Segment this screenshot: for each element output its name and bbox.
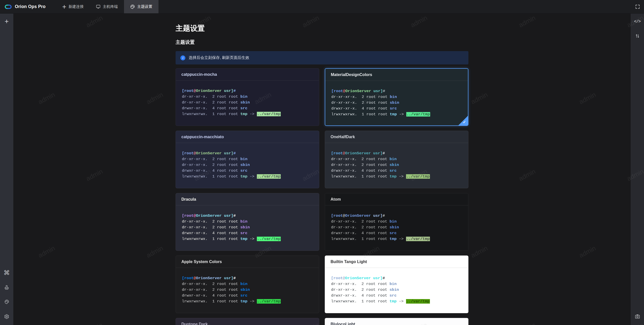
fullscreen-button[interactable] [635, 4, 640, 9]
terminal-line: dr-xr-xr-x. 2 root root sbin [331, 287, 462, 293]
info-banner: i 选择后会立刻保存, 刷新页面后生效 [176, 51, 468, 64]
palette-icon [130, 4, 135, 9]
header-tab-1[interactable]: 主机终端 [90, 0, 124, 13]
theme-card[interactable]: Atom [root@OrionServer usr]#dr-xr-xr-x. … [325, 193, 468, 251]
theme-name: MaterialDesignColors [331, 73, 372, 77]
section-title: 主题设置 [176, 39, 468, 45]
snippets-button[interactable] [0, 282, 13, 292]
terminal-symlink-line: lrwxrwxrwx. 1 root root tmp -> ../var/tm… [182, 236, 313, 242]
terminal-line: dr-xr-xr-x. 2 root root sbin [182, 162, 313, 168]
stamp-icon [4, 285, 9, 290]
theme-card-header: Builtin Tango Light [325, 256, 468, 268]
left-sidebar: + ⌘ [0, 13, 13, 325]
theme-name: Duotone Dark [181, 322, 208, 325]
terminal-line: drwxr-xr-x. 4 root root src [182, 230, 313, 236]
check-icon: ✓ [463, 120, 466, 124]
terminal-preview: [root@OrionServer usr]#dr-xr-xr-x. 2 roo… [176, 205, 319, 242]
terminal-symlink-line: lrwxrwxrwx. 1 root root tmp -> ../var/tm… [331, 299, 462, 304]
theme-name: Apple System Colors [181, 260, 222, 264]
terminal-symlink-line: lrwxrwxrwx. 1 root root tmp -> ../var/tm… [182, 299, 313, 304]
theme-name: BlulocoLight [331, 322, 355, 325]
theme-name: catppuccin-mocha [181, 72, 217, 77]
terminal-preview: [root@OrionServer usr]#dr-xr-xr-x. 2 roo… [325, 81, 468, 117]
code-icon: </> [634, 19, 641, 24]
theme-card[interactable]: Apple System Colors [root@OrionServer us… [176, 256, 319, 313]
terminal-line: drwxr-xr-x. 4 root root src [182, 168, 313, 174]
terminal-line: drwxr-xr-x. 4 root root src [182, 293, 313, 299]
terminal-preview: [root@OrionServer usr]#dr-xr-xr-x. 2 roo… [325, 143, 468, 179]
terminal-preview: [root@OrionServer usr]#dr-xr-xr-x. 2 roo… [176, 268, 319, 304]
terminal-preview: [root@OrionServer usr]#dr-xr-xr-x. 2 roo… [176, 81, 319, 117]
terminal-prompt-line: [root@OrionServer usr]# [331, 213, 462, 219]
terminal-prompt-line: [root@OrionServer usr]# [331, 275, 462, 281]
theme-card-header: OneHalfDark [325, 131, 468, 143]
theme-card[interactable]: Duotone Dark ✓ [176, 318, 319, 325]
add-connection-button[interactable]: + [0, 16, 13, 26]
terminal-line: drwxr-xr-x. 4 root root src [331, 106, 462, 112]
shortcuts-button[interactable]: ⌘ [0, 268, 13, 278]
screenshot-button[interactable] [631, 311, 644, 321]
terminal-line: dr-xr-xr-x. 2 root root bin [182, 219, 313, 225]
themes-button[interactable] [0, 297, 13, 307]
terminal-prompt-line: [root@OrionServer usr]# [182, 275, 313, 281]
selected-corner: ✓ [458, 116, 468, 125]
header-tab-2[interactable]: 主题设置 [124, 0, 158, 13]
top-header: Orion Ops Pro +新建连接主机终端主题设置 [0, 0, 644, 14]
terminal-symlink-line: lrwxrwxrwx. 1 root root tmp -> ../var/tm… [331, 236, 462, 242]
terminal-prompt-line: [root@OrionServer usr]# [182, 88, 313, 94]
theme-card-header: BlulocoLight [325, 318, 468, 325]
theme-card[interactable]: Builtin Tango Light [root@OrionServer us… [325, 256, 468, 313]
header-tab-label: 新建连接 [69, 4, 84, 9]
terminal-prompt-line: [root@OrionServer usr]# [182, 213, 313, 219]
theme-card-header: Atom [325, 193, 468, 205]
terminal-line: dr-xr-xr-x. 2 root root bin [182, 156, 313, 162]
terminal-prompt-line: [root@OrionServer usr]# [182, 151, 313, 156]
theme-card[interactable]: catppuccin-mocha [root@OrionServer usr]#… [176, 68, 319, 126]
terminal-symlink-line: lrwxrwxrwx. 1 root root tmp -> ../var/tm… [331, 112, 462, 117]
theme-card-header: Dracula [176, 193, 319, 205]
terminal-line: dr-xr-xr-x. 2 root root sbin [182, 225, 313, 230]
palette-icon [4, 299, 9, 304]
terminal-preview: [root@OrionServer usr]#dr-xr-xr-x. 2 roo… [176, 143, 319, 179]
header-tabs: +新建连接主机终端主题设置 [56, 0, 158, 13]
header-tab-label: 主机终端 [103, 4, 118, 9]
terminal-prompt-line: [root@OrionServer usr]# [331, 88, 462, 94]
gear-icon [4, 314, 9, 319]
terminal-line: dr-xr-xr-x. 2 root root sbin [182, 287, 313, 293]
theme-name: catppuccin-macchiato [181, 135, 224, 139]
theme-card[interactable]: MaterialDesignColors [root@OrionServer u… [325, 68, 468, 126]
theme-card[interactable]: BlulocoLight ✓ [325, 318, 468, 325]
theme-card[interactable]: catppuccin-macchiato [root@OrionServer u… [176, 131, 319, 188]
command-icon: ⌘ [4, 270, 10, 276]
transfer-button[interactable] [631, 31, 644, 41]
terminal-line: dr-xr-xr-x. 2 root root bin [182, 94, 313, 100]
terminal-symlink-line: lrwxrwxrwx. 1 root root tmp -> ../var/tm… [182, 174, 313, 179]
theme-card[interactable]: Dracula [root@OrionServer usr]#dr-xr-xr-… [176, 193, 319, 251]
terminal-line: drwxr-xr-x. 4 root root src [331, 293, 462, 299]
theme-card-header: MaterialDesignColors [325, 69, 468, 81]
terminal-line: dr-xr-xr-x. 2 root root sbin [331, 100, 462, 106]
theme-grid: catppuccin-mocha [root@OrionServer usr]#… [176, 68, 468, 325]
terminal-line: dr-xr-xr-x. 2 root root sbin [331, 162, 462, 168]
terminal-line: drwxr-xr-x. 4 root root src [182, 105, 313, 111]
terminal-line: dr-xr-xr-x. 2 root root bin [331, 281, 462, 287]
info-banner-text: 选择后会立刻保存, 刷新页面后生效 [189, 55, 249, 60]
editor-button[interactable]: </> [631, 16, 644, 26]
terminal-icon [96, 4, 101, 9]
terminal-line: dr-xr-xr-x. 2 root root bin [331, 219, 462, 225]
theme-card-header: Apple System Colors [176, 256, 319, 268]
theme-card[interactable]: OneHalfDark [root@OrionServer usr]#dr-xr… [325, 131, 468, 188]
settings-button[interactable] [0, 311, 13, 321]
terminal-preview: [root@OrionServer usr]#dr-xr-xr-x. 2 roo… [325, 205, 468, 242]
header-tab-0[interactable]: +新建连接 [56, 0, 90, 13]
terminal-preview: [root@OrionServer usr]#dr-xr-xr-x. 2 roo… [325, 268, 468, 304]
info-icon: i [180, 55, 185, 60]
terminal-line: drwxr-xr-x. 4 root root src [331, 168, 462, 174]
app-title: Orion Ops Pro [15, 4, 46, 9]
theme-card-header: catppuccin-mocha [176, 68, 319, 81]
terminal-line: dr-xr-xr-x. 2 root root bin [331, 94, 462, 100]
terminal-prompt-line: [root@OrionServer usr]# [331, 151, 462, 156]
theme-name: Dracula [181, 197, 196, 202]
right-sidebar: </> [631, 13, 644, 325]
plus-icon: + [62, 3, 66, 10]
